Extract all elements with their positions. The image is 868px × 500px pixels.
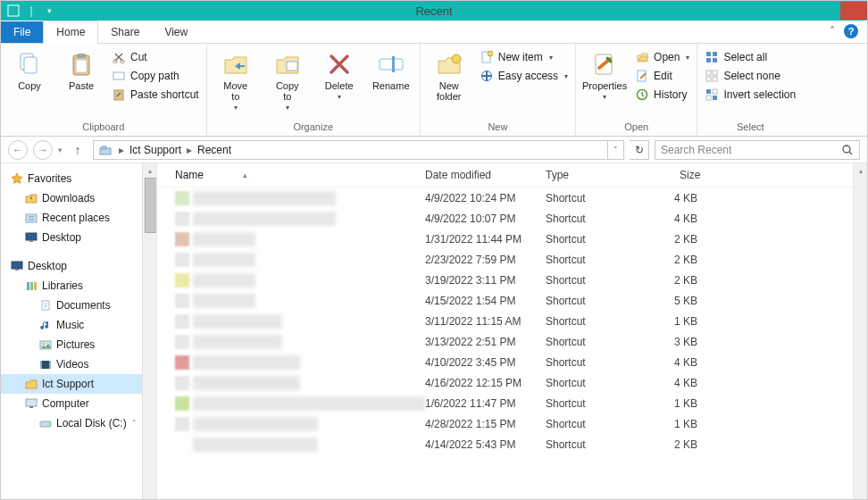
- tree-music[interactable]: Music: [1, 315, 156, 335]
- file-list: Name▴ Date modified Type Size 4/9/2022 1…: [157, 163, 867, 500]
- address-bar[interactable]: ▸ Ict Support ▸ Recent ˅: [93, 140, 624, 160]
- search-input[interactable]: [661, 144, 841, 156]
- group-label: New: [428, 119, 568, 136]
- rename-button[interactable]: Rename: [370, 48, 413, 91]
- table-row[interactable]: 1/31/2022 11:44 PMShortcut2 KB: [157, 229, 867, 249]
- search-icon[interactable]: [841, 144, 854, 156]
- properties-button[interactable]: Properties▾: [583, 48, 626, 101]
- group-organize: Move to▾ Copy to▾ Delete▾ Rename Organiz…: [207, 44, 421, 136]
- paste-shortcut-button[interactable]: Paste shortcut: [112, 88, 199, 102]
- up-button[interactable]: ↑: [68, 140, 88, 160]
- file-name: [193, 212, 336, 226]
- breadcrumb-segment[interactable]: Ict Support: [129, 144, 181, 156]
- copy-path-button[interactable]: Copy path: [112, 69, 199, 83]
- cut-button[interactable]: Cut: [112, 50, 199, 64]
- cell-type: Shortcut: [546, 315, 644, 328]
- address-dropdown-icon[interactable]: ˅: [607, 141, 623, 159]
- title-bar: | ▾ Recent: [1, 1, 867, 21]
- col-size[interactable]: Size: [644, 169, 724, 181]
- table-row[interactable]: 3/19/2022 3:11 PMShortcut2 KB: [157, 270, 867, 290]
- table-row[interactable]: 4/16/2022 12:15 PMShortcut4 KB: [157, 372, 867, 393]
- breadcrumb-segment[interactable]: Recent: [197, 144, 231, 156]
- help-icon[interactable]: ?: [844, 24, 858, 38]
- move-to-button[interactable]: Move to▾: [214, 48, 257, 112]
- open-button[interactable]: Open▾: [635, 50, 689, 64]
- svg-rect-21: [713, 52, 717, 56]
- table-row[interactable]: 4/14/2022 5:43 PMShortcut2 KB: [157, 434, 867, 454]
- col-name[interactable]: Name▴: [175, 169, 425, 181]
- invert-selection-button[interactable]: Invert selection: [705, 88, 796, 102]
- tree-favorites[interactable]: Favorites: [1, 169, 156, 188]
- refresh-button[interactable]: ↻: [630, 140, 649, 160]
- table-row[interactable]: 4/10/2022 3:45 PMShortcut4 KB: [157, 352, 867, 372]
- tab-view[interactable]: View: [152, 21, 200, 43]
- minimize-ribbon-icon[interactable]: ˄: [830, 25, 835, 38]
- tree-libraries[interactable]: Libraries: [1, 276, 156, 296]
- svg-rect-20: [706, 52, 711, 56]
- table-row[interactable]: 4/15/2022 1:54 PMShortcut5 KB: [157, 290, 867, 311]
- table-row[interactable]: 4/9/2022 10:24 PMShortcut4 KB: [157, 188, 867, 208]
- cell-type: Shortcut: [546, 377, 644, 389]
- tree-scrollbar[interactable]: [142, 163, 156, 500]
- tree-pictures[interactable]: Pictures: [1, 335, 156, 354]
- svg-rect-41: [30, 282, 33, 290]
- file-name: [193, 232, 255, 246]
- cell-size: 2 KB: [644, 233, 724, 246]
- tree-computer[interactable]: Computer: [1, 394, 156, 413]
- new-folder-button[interactable]: New folder: [428, 48, 471, 102]
- search-box[interactable]: [655, 140, 860, 160]
- table-row[interactable]: 4/9/2022 10:07 PMShortcut4 KB: [157, 208, 867, 229]
- tree-recent-places[interactable]: Recent places: [1, 208, 156, 228]
- group-new: New folder New item▾ Easy access▾ New: [421, 44, 576, 136]
- tree-desktop[interactable]: Desktop: [1, 256, 156, 276]
- select-all-button[interactable]: Select all: [705, 50, 796, 64]
- tree-videos[interactable]: Videos: [1, 354, 156, 374]
- qat-dropdown-icon[interactable]: ▾: [42, 4, 56, 18]
- svg-rect-42: [34, 282, 37, 290]
- copy-button[interactable]: Copy: [8, 48, 51, 91]
- tree-downloads[interactable]: Downloads: [1, 188, 156, 208]
- table-row[interactable]: 3/13/2022 2:51 PMShortcut3 KB: [157, 331, 867, 352]
- tree-desktop-fav[interactable]: Desktop: [1, 228, 156, 247]
- group-clipboard: Copy Paste Cut Copy path Paste shortcut …: [1, 44, 207, 136]
- table-row[interactable]: 4/28/2022 1:15 PMShortcut1 KB: [157, 413, 867, 434]
- table-row[interactable]: 1/6/2022 11:47 PMShortcut1 KB: [157, 393, 867, 413]
- svg-rect-26: [706, 77, 711, 81]
- col-type[interactable]: Type: [546, 169, 644, 181]
- col-date[interactable]: Date modified: [425, 169, 546, 181]
- copy-to-button[interactable]: Copy to▾: [266, 48, 309, 112]
- history-button[interactable]: History: [635, 88, 689, 102]
- chevron-right-icon[interactable]: ▸: [115, 144, 128, 156]
- forward-button[interactable]: →: [33, 140, 53, 160]
- tree-local-disk[interactable]: Local Disk (C:)˅: [1, 413, 156, 433]
- back-button[interactable]: ←: [8, 140, 28, 160]
- delete-button[interactable]: Delete▾: [318, 48, 361, 101]
- recent-locations-dropdown[interactable]: ▾: [58, 146, 63, 154]
- select-all-icon: [705, 50, 719, 64]
- tree-documents[interactable]: Documents: [1, 296, 156, 315]
- paste-button[interactable]: Paste: [60, 48, 103, 91]
- tab-share[interactable]: Share: [98, 21, 152, 43]
- drive-icon: [38, 416, 53, 430]
- chevron-right-icon[interactable]: ▸: [183, 144, 196, 156]
- qat-icon[interactable]: [6, 4, 21, 18]
- music-icon: [38, 318, 53, 332]
- close-button[interactable]: [840, 2, 867, 20]
- cell-size: 2 KB: [644, 254, 724, 266]
- svg-rect-37: [29, 240, 33, 242]
- file-icon: [175, 232, 189, 246]
- edit-button[interactable]: Edit: [635, 69, 689, 83]
- tab-home[interactable]: Home: [43, 21, 98, 44]
- tab-file[interactable]: File: [1, 21, 43, 43]
- new-item-button[interactable]: New item▾: [480, 50, 568, 64]
- list-scrollbar[interactable]: [853, 163, 867, 500]
- tree-ict-support[interactable]: Ict Support: [1, 374, 156, 394]
- column-headers: Name▴ Date modified Type Size: [157, 163, 867, 188]
- svg-point-52: [48, 423, 50, 425]
- easy-access-button[interactable]: Easy access▾: [480, 69, 568, 83]
- table-row[interactable]: 2/23/2022 7:59 PMShortcut2 KB: [157, 249, 867, 270]
- table-row[interactable]: 3/11/2022 11:15 AMShortcut1 KB: [157, 311, 867, 331]
- select-none-button[interactable]: Select none: [705, 69, 796, 83]
- star-icon: [10, 171, 24, 186]
- cell-date: 1/31/2022 11:44 PM: [425, 233, 546, 246]
